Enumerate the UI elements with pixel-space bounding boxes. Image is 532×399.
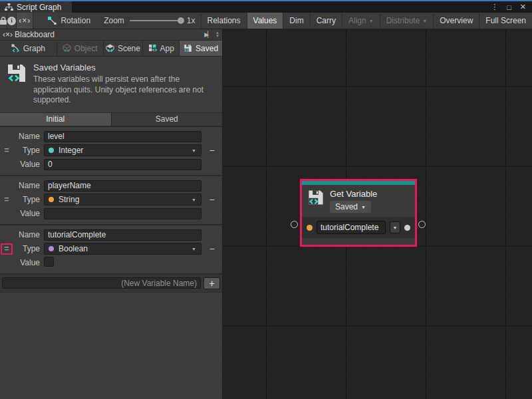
graph-canvas[interactable]: Get Variable Saved ▼ tutorialComplete ▼: [223, 29, 532, 399]
name-label: Name: [19, 181, 44, 190]
subtab-saved[interactable]: Saved: [112, 113, 223, 126]
value-output-port[interactable]: [404, 225, 410, 231]
get-variable-node[interactable]: Get Variable Saved ▼ tutorialComplete ▼: [302, 181, 415, 245]
saved-variables-icon: [184, 44, 192, 53]
type-color-dot: [49, 246, 54, 251]
remove-variable-button[interactable]: −: [209, 195, 214, 204]
variable-scope-dropdown[interactable]: Saved ▼: [330, 201, 371, 213]
floppy-disk-icon: [6, 63, 27, 84]
chevron-down-icon: ▼: [192, 148, 196, 153]
value-label: Value: [20, 209, 44, 218]
chevron-down-icon: ▼: [393, 225, 398, 230]
variable-group-tutorialComplete: Name = Type Boolean ▼ − Value: [0, 225, 222, 275]
object-variables-icon: [63, 44, 71, 53]
rotation-toggle[interactable]: Rotation: [40, 13, 98, 29]
tab-app[interactable]: App: [143, 41, 180, 56]
floppy-disk-icon: [307, 189, 325, 206]
variable-name-input[interactable]: [44, 229, 201, 241]
variable-type-dropdown[interactable]: Boolean ▼: [44, 243, 201, 255]
distribute-dropdown[interactable]: Distribute ▼: [380, 13, 434, 29]
app-variables-icon: [148, 44, 157, 53]
zoom-control: Zoom 1x: [98, 13, 200, 29]
blackboard-title: Blackboard: [15, 30, 55, 39]
node-footer: [302, 238, 415, 245]
add-variable-button[interactable]: +: [203, 277, 220, 289]
value-label: Value: [20, 258, 44, 267]
boolean-value-checkbox[interactable]: [44, 257, 54, 267]
drag-handle-icon[interactable]: =: [4, 196, 9, 204]
new-variable-row: +: [0, 275, 222, 293]
rotation-label: Rotation: [61, 16, 90, 25]
variable-name-input[interactable]: [44, 180, 201, 192]
rotation-icon: [48, 17, 57, 25]
overview-button[interactable]: Overview: [433, 13, 479, 29]
visual-scripting-logo-button[interactable]: ‹×›: [17, 13, 33, 29]
connection-port-left[interactable]: [291, 221, 298, 228]
value-label: Value: [20, 160, 44, 169]
type-label: Type: [23, 195, 44, 204]
node-header: Get Variable Saved ▼: [302, 185, 415, 217]
tab-graph[interactable]: Graph: [0, 41, 57, 56]
zoom-slider[interactable]: [130, 20, 182, 21]
new-variable-name-input[interactable]: [2, 277, 201, 289]
type-color-dot: [49, 148, 54, 153]
full-screen-button[interactable]: Full Screen: [479, 13, 532, 29]
chevron-down-icon: ▼: [369, 19, 374, 23]
window-maximize-icon[interactable]: □: [507, 3, 511, 11]
graph-variables-icon: [11, 44, 20, 53]
type-label: Type: [23, 146, 44, 155]
toolbar-toggles: Relations Values Dim Carry Align ▼ Distr…: [201, 13, 532, 29]
window-close-icon[interactable]: ✕: [520, 3, 526, 11]
tab-saved[interactable]: Saved: [180, 41, 222, 56]
values-toggle[interactable]: Values: [247, 13, 283, 29]
chevron-down-icon: ▼: [192, 198, 196, 202]
type-label: Type: [23, 244, 44, 253]
variable-value-input[interactable]: [44, 159, 201, 170]
panel-scroll-arrows[interactable]: ▲ ▼: [213, 31, 219, 38]
variable-name-input[interactable]: [44, 131, 201, 142]
chevron-down-icon: ▼: [192, 247, 196, 251]
zoom-label: Zoom: [104, 16, 124, 25]
lock-button[interactable]: [0, 13, 7, 29]
drag-handle-icon-highlighted[interactable]: =: [1, 243, 12, 255]
variable-scope-tabs: Graph Object Scene: [0, 41, 222, 57]
visual-scripting-logo-icon: ‹×›: [3, 30, 13, 39]
variable-value-input[interactable]: [44, 208, 201, 219]
node-title: Get Variable: [330, 189, 377, 199]
variable-type-dropdown[interactable]: String ▼: [44, 194, 201, 205]
subtab-initial[interactable]: Initial: [0, 113, 111, 126]
variables-list: Name = Type Integer ▼ − Value: [0, 127, 222, 399]
dock-panel-icon[interactable]: ▶▏: [204, 31, 211, 38]
variable-picker-button[interactable]: ▼: [390, 221, 400, 233]
relations-toggle[interactable]: Relations: [201, 13, 247, 29]
tab-title: Script Graph: [17, 3, 61, 12]
tab-scene[interactable]: Scene: [104, 41, 144, 56]
carry-toggle[interactable]: Carry: [310, 13, 342, 29]
tab-object[interactable]: Object: [57, 41, 104, 56]
scroll-down-icon[interactable]: ▼: [215, 35, 219, 38]
visual-scripting-logo-icon: ‹×›: [19, 16, 31, 25]
name-label: Name: [19, 230, 44, 239]
connection-port-right[interactable]: [418, 221, 426, 228]
variable-type-dropdown[interactable]: Integer ▼: [44, 144, 201, 156]
dim-toggle[interactable]: Dim: [283, 13, 309, 29]
remove-variable-button[interactable]: −: [209, 244, 214, 253]
scene-variables-icon: [106, 44, 114, 53]
type-color-dot: [49, 197, 54, 202]
value-input-port[interactable]: [307, 225, 313, 231]
tab-script-graph[interactable]: Script Graph: [0, 1, 72, 13]
info-button[interactable]: i: [7, 13, 17, 29]
lock-icon: [0, 17, 7, 25]
window-tabbar: Script Graph ⋮ □ ✕: [0, 1, 532, 13]
window-menu-icon[interactable]: ⋮: [491, 3, 498, 11]
drag-handle-icon[interactable]: =: [4, 146, 9, 155]
zoom-slider-handle[interactable]: [178, 17, 184, 24]
blackboard-header: ‹×› Blackboard ▶▏ ▲ ▼: [0, 29, 222, 41]
info-title: Saved Variables: [33, 63, 217, 72]
variable-name-field[interactable]: tutorialComplete: [317, 221, 386, 234]
graph-hierarchy-icon: [5, 3, 13, 11]
info-description: These variables will persist even after …: [33, 74, 217, 106]
align-dropdown[interactable]: Align ▼: [342, 13, 380, 29]
node-selection-highlight: Get Variable Saved ▼ tutorialComplete ▼: [300, 179, 417, 247]
remove-variable-button[interactable]: −: [209, 146, 214, 155]
